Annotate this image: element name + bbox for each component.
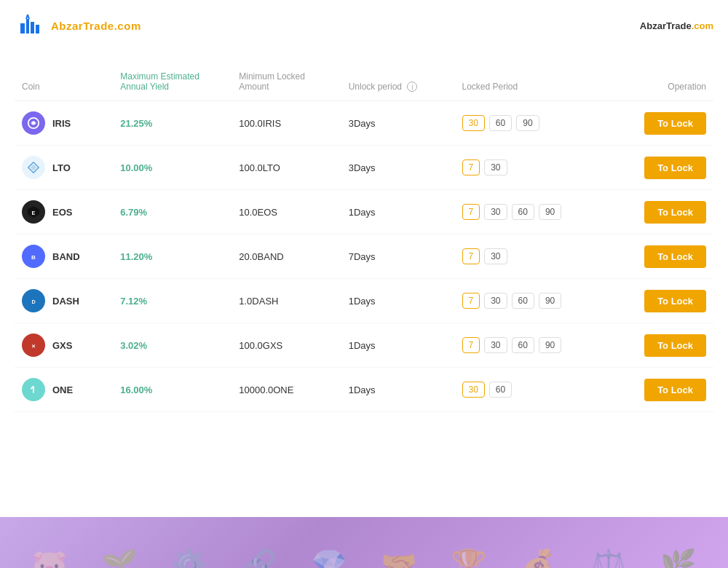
decor-gem: 💎 bbox=[311, 548, 347, 569]
unlock-period-value-one: 1Days bbox=[349, 384, 376, 395]
yield-cell-DASH: 7.12% bbox=[113, 279, 232, 323]
yield-cell-EOS: 6.79% bbox=[113, 190, 232, 234]
col-yield: Maximum EstimatedAnnual Yield bbox=[113, 66, 232, 101]
table-body: IRIS 21.25% 100.0IRIS 3Days 306090 To Lo… bbox=[15, 101, 713, 412]
decor-handshake: 🤝 bbox=[381, 548, 417, 569]
col-coin: Coin bbox=[15, 66, 113, 101]
period-badge-30[interactable]: 30 bbox=[484, 293, 507, 309]
period-badge-30[interactable]: 30 bbox=[484, 248, 507, 264]
yield-value-lto: 10.00% bbox=[120, 162, 152, 173]
period-badge-60[interactable]: 60 bbox=[512, 293, 534, 309]
min-locked-cell-EOS: 10.0EOS bbox=[232, 190, 341, 234]
min-locked-value-lto: 100.0LTO bbox=[239, 162, 280, 173]
unlock-period-cell-ONE: 1Days bbox=[341, 368, 455, 412]
svg-rect-0 bbox=[15, 9, 45, 39]
locked-period-cell-IRIS: 306090 bbox=[455, 101, 610, 146]
period-badge-90[interactable]: 90 bbox=[516, 115, 539, 131]
yield-cell-LTO: 10.00% bbox=[113, 146, 232, 190]
period-badge-7[interactable]: 7 bbox=[462, 204, 480, 220]
period-badges-one: 3060 bbox=[462, 382, 603, 398]
period-badge-60[interactable]: 60 bbox=[512, 204, 534, 220]
min-locked-value-eos: 10.0EOS bbox=[239, 207, 277, 218]
to-lock-button-one[interactable]: To Lock bbox=[644, 379, 706, 401]
coin-cell-LTO: LTO bbox=[15, 146, 113, 190]
period-badges-eos: 7306090 bbox=[462, 204, 603, 220]
period-badge-90[interactable]: 90 bbox=[539, 337, 561, 353]
table-row: IRIS 21.25% 100.0IRIS 3Days 306090 To Lo… bbox=[15, 101, 713, 146]
table-row: LTO 10.00% 100.0LTO 3Days 730 To Lock bbox=[15, 146, 713, 190]
period-badge-90[interactable]: 90 bbox=[539, 293, 561, 309]
period-badge-60[interactable]: 60 bbox=[489, 115, 512, 131]
locked-period-cell-LTO: 730 bbox=[455, 146, 610, 190]
svg-text:E: E bbox=[32, 210, 36, 216]
to-lock-button-gxs[interactable]: To Lock bbox=[644, 334, 706, 357]
unlock-period-value-eos: 1Days bbox=[349, 207, 376, 218]
to-lock-button-dash[interactable]: To Lock bbox=[644, 290, 706, 312]
operation-cell-IRIS: To Lock bbox=[609, 101, 713, 146]
coin-cell-IRIS: IRIS bbox=[15, 101, 113, 146]
unlock-period-cell-BAND: 7Days bbox=[341, 234, 455, 279]
min-locked-value-iris: 100.0IRIS bbox=[239, 118, 281, 129]
period-badge-7[interactable]: 7 bbox=[462, 159, 480, 175]
period-badge-30[interactable]: 30 bbox=[462, 115, 485, 131]
period-badge-60[interactable]: 60 bbox=[489, 382, 512, 398]
operation-cell-LTO: To Lock bbox=[609, 146, 713, 190]
period-badges-gxs: 7306090 bbox=[462, 337, 603, 353]
operation-cell-GXS: To Lock bbox=[609, 323, 713, 368]
unlock-period-info-icon[interactable]: i bbox=[407, 82, 417, 92]
period-badge-30[interactable]: 30 bbox=[462, 382, 485, 398]
yield-cell-ONE: 16.00% bbox=[113, 368, 232, 412]
min-locked-value-gxs: 100.0GXS bbox=[239, 340, 282, 351]
bottom-decor: 🐷 🌱 ⚙️ 🔗 💎 🤝 🏆 💰 ⚖️ 🌿 bbox=[0, 517, 728, 568]
coin-name-gxs: GXS bbox=[52, 340, 72, 351]
svg-rect-1 bbox=[20, 23, 25, 33]
period-badge-7[interactable]: 7 bbox=[462, 248, 480, 264]
period-badge-30[interactable]: 30 bbox=[484, 159, 507, 175]
locked-period-cell-GXS: 7306090 bbox=[455, 323, 610, 368]
min-locked-value-band: 20.0BAND bbox=[239, 251, 283, 262]
decor-money: 💰 bbox=[521, 548, 557, 569]
to-lock-button-iris[interactable]: To Lock bbox=[644, 112, 706, 135]
period-badge-7[interactable]: 7 bbox=[462, 293, 480, 309]
col-min-locked: Minimum LockedAmount bbox=[232, 66, 341, 101]
locked-period-cell-DASH: 7306090 bbox=[455, 279, 610, 323]
svg-text:B: B bbox=[31, 254, 36, 261]
min-locked-cell-ONE: 10000.0ONE bbox=[232, 368, 341, 412]
unlock-period-value-iris: 3Days bbox=[349, 118, 376, 129]
unlock-period-value-dash: 1Days bbox=[349, 296, 376, 307]
yield-value-dash: 7.12% bbox=[120, 296, 147, 307]
coin-cell-GXS: ✕ GXS bbox=[15, 323, 113, 368]
col-operation: Operation bbox=[609, 66, 713, 101]
table-header: Coin Maximum EstimatedAnnual Yield Minim… bbox=[15, 66, 713, 101]
unlock-period-value-band: 7Days bbox=[349, 251, 376, 262]
min-locked-cell-GXS: 100.0GXS bbox=[232, 323, 341, 368]
site-brand-right: AbzarTrade.com bbox=[640, 20, 713, 31]
main-content: Coin Maximum EstimatedAnnual Yield Minim… bbox=[0, 51, 728, 517]
brand-name: AbzarTrade.com bbox=[51, 20, 141, 32]
table-row: ONE 16.00% 10000.0ONE 1Days 3060 To Lock bbox=[15, 368, 713, 412]
decor-chain: 🔗 bbox=[241, 548, 277, 569]
yield-cell-BAND: 11.20% bbox=[113, 234, 232, 279]
to-lock-button-eos[interactable]: To Lock bbox=[644, 201, 706, 224]
coin-icon-one bbox=[22, 378, 45, 401]
unlock-period-cell-EOS: 1Days bbox=[341, 190, 455, 234]
table-row: E EOS 6.79% 10.0EOS 1Days 7306090 To Loc… bbox=[15, 190, 713, 234]
to-lock-button-band[interactable]: To Lock bbox=[644, 245, 706, 268]
period-badge-30[interactable]: 30 bbox=[484, 337, 507, 353]
table-row: D DASH 7.12% 1.0DASH 1Days 7306090 To Lo… bbox=[15, 279, 713, 323]
logo-icon bbox=[15, 9, 45, 42]
coin-cell-BAND: B BAND bbox=[15, 234, 113, 279]
period-badge-30[interactable]: 30 bbox=[484, 204, 507, 220]
unlock-period-cell-IRIS: 3Days bbox=[341, 101, 455, 146]
operation-cell-ONE: To Lock bbox=[609, 368, 713, 412]
period-badges-iris: 306090 bbox=[462, 115, 603, 131]
unlock-period-cell-DASH: 1Days bbox=[341, 279, 455, 323]
yield-value-one: 16.00% bbox=[120, 384, 152, 395]
period-badge-90[interactable]: 90 bbox=[539, 204, 561, 220]
operation-cell-EOS: To Lock bbox=[609, 190, 713, 234]
period-badge-60[interactable]: 60 bbox=[512, 337, 534, 353]
period-badge-7[interactable]: 7 bbox=[462, 337, 480, 353]
decor-trophy: 🏆 bbox=[451, 548, 487, 569]
to-lock-button-lto[interactable]: To Lock bbox=[644, 157, 706, 179]
svg-rect-4 bbox=[36, 25, 39, 33]
